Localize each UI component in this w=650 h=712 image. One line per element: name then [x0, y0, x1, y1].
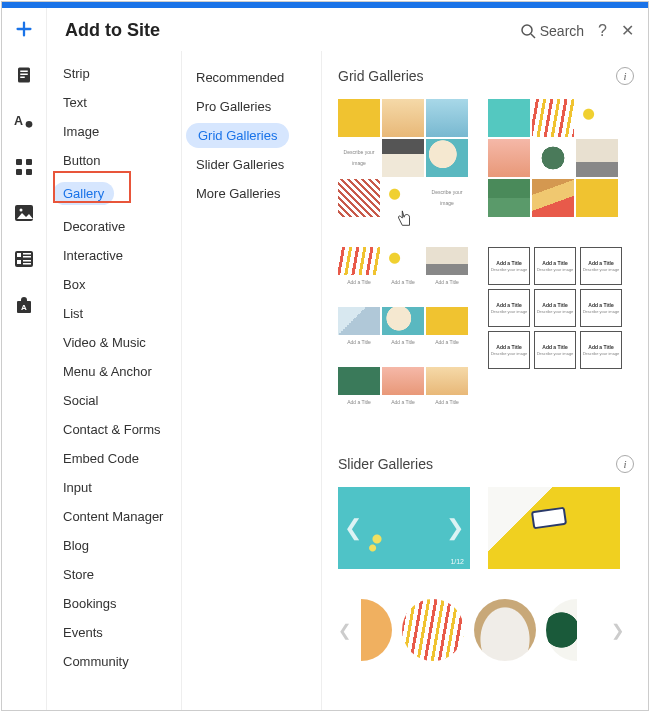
svg-line-21 — [531, 34, 535, 38]
category-menu-anchor[interactable]: Menu & Anchor — [47, 357, 181, 386]
slider-row-2: ❮ ❯ — [338, 599, 634, 661]
search-icon — [520, 23, 536, 39]
grid-gallery-1[interactable]: Describe your image Describe your image — [338, 99, 470, 217]
category-strip[interactable]: Strip — [47, 59, 181, 88]
sub-grid-galleries[interactable]: Grid Galleries — [182, 121, 321, 150]
apps-icon[interactable] — [13, 156, 35, 178]
close-icon[interactable]: ✕ — [621, 21, 634, 40]
panel-body: Strip Text Image Button Gallery Decorati… — [47, 51, 648, 710]
section-slider-title: Slider Galleries — [338, 456, 433, 472]
category-text[interactable]: Text — [47, 88, 181, 117]
svg-rect-7 — [26, 159, 32, 165]
svg-rect-15 — [23, 256, 31, 258]
category-video-music[interactable]: Video & Music — [47, 328, 181, 357]
search-button[interactable]: Search — [520, 23, 584, 39]
grid-row-1: Describe your image Describe your image — [338, 99, 634, 217]
svg-rect-9 — [26, 169, 32, 175]
chevron-left-icon: ❮ — [344, 515, 362, 541]
info-icon[interactable]: i — [616, 455, 634, 473]
svg-rect-14 — [23, 253, 31, 255]
slider-gallery-3[interactable]: ❮ ❯ — [338, 599, 620, 661]
category-box[interactable]: Box — [47, 270, 181, 299]
sub-slider-galleries[interactable]: Slider Galleries — [182, 150, 321, 179]
chevron-right-icon: ❯ — [611, 621, 624, 640]
category-input[interactable]: Input — [47, 473, 181, 502]
section-grid-title: Grid Galleries — [338, 68, 424, 84]
category-bookings[interactable]: Bookings — [47, 589, 181, 618]
main-container: A A Add to Site Search ? ✕ — [2, 8, 648, 710]
svg-rect-4 — [20, 77, 25, 79]
grid-row-2: Add a TitleAdd a TitleAdd a Title Add a … — [338, 247, 634, 425]
icon-rail: A A — [2, 8, 46, 710]
sub-more-galleries[interactable]: More Galleries — [182, 179, 321, 208]
svg-rect-3 — [20, 74, 28, 76]
section-slider-head: Slider Galleries i — [338, 455, 634, 473]
category-button[interactable]: Button — [47, 146, 181, 175]
svg-rect-6 — [16, 159, 22, 165]
slider-gallery-2[interactable] — [488, 487, 620, 569]
media-icon[interactable] — [13, 202, 35, 224]
grid-gallery-4[interactable]: Add a TitleDescribe your image Add a Tit… — [488, 247, 620, 425]
category-social[interactable]: Social — [47, 386, 181, 415]
category-content-manager[interactable]: Content Manager — [47, 502, 181, 531]
subcategory-list: Recommended Pro Galleries Grid Galleries… — [182, 51, 322, 710]
add-panel: Add to Site Search ? ✕ Strip Text Image … — [46, 8, 648, 710]
svg-point-20 — [522, 25, 532, 35]
svg-text:A: A — [21, 303, 27, 312]
svg-rect-17 — [23, 260, 31, 262]
category-events[interactable]: Events — [47, 618, 181, 647]
sub-recommended[interactable]: Recommended — [182, 63, 321, 92]
category-embed-code[interactable]: Embed Code — [47, 444, 181, 473]
svg-rect-13 — [17, 253, 21, 257]
category-interactive[interactable]: Interactive — [47, 241, 181, 270]
chevron-right-icon: ❯ — [446, 515, 464, 541]
sub-pro-galleries[interactable]: Pro Galleries — [182, 92, 321, 121]
category-contact-forms[interactable]: Contact & Forms — [47, 415, 181, 444]
theme-icon[interactable]: A — [13, 110, 35, 132]
page-icon[interactable] — [13, 64, 35, 86]
category-community[interactable]: Community — [47, 647, 181, 676]
plus-icon[interactable] — [13, 18, 35, 40]
svg-rect-18 — [23, 263, 31, 265]
panel-title: Add to Site — [65, 20, 160, 41]
category-list: Strip Text Image Button Gallery Decorati… — [47, 51, 182, 710]
category-decorative[interactable]: Decorative — [47, 212, 181, 241]
category-blog[interactable]: Blog — [47, 531, 181, 560]
header-actions: Search ? ✕ — [520, 21, 634, 40]
svg-rect-16 — [17, 260, 21, 264]
category-image[interactable]: Image — [47, 117, 181, 146]
category-store[interactable]: Store — [47, 560, 181, 589]
panel-header: Add to Site Search ? ✕ — [47, 8, 648, 51]
svg-rect-2 — [20, 71, 28, 73]
slider-gallery-1[interactable]: ❮ ❯ 1/12 — [338, 487, 470, 569]
section-grid-head: Grid Galleries i — [338, 67, 634, 85]
svg-point-11 — [20, 209, 23, 212]
svg-text:A: A — [14, 114, 23, 128]
category-list-item[interactable]: List — [47, 299, 181, 328]
help-icon[interactable]: ? — [598, 22, 607, 40]
category-gallery[interactable]: Gallery — [47, 175, 181, 212]
search-label: Search — [540, 23, 584, 39]
market-icon[interactable]: A — [13, 294, 35, 316]
svg-rect-8 — [16, 169, 22, 175]
chevron-left-icon: ❮ — [338, 621, 351, 640]
grid-gallery-3[interactable]: Add a TitleAdd a TitleAdd a Title Add a … — [338, 247, 470, 425]
info-icon[interactable]: i — [616, 67, 634, 85]
preview-pane: Grid Galleries i Describe your image Des… — [322, 51, 648, 710]
slide-counter: 1/12 — [450, 558, 464, 565]
slider-row-1: ❮ ❯ 1/12 — [338, 487, 634, 569]
grid-gallery-2[interactable] — [488, 99, 620, 217]
data-icon[interactable] — [13, 248, 35, 270]
